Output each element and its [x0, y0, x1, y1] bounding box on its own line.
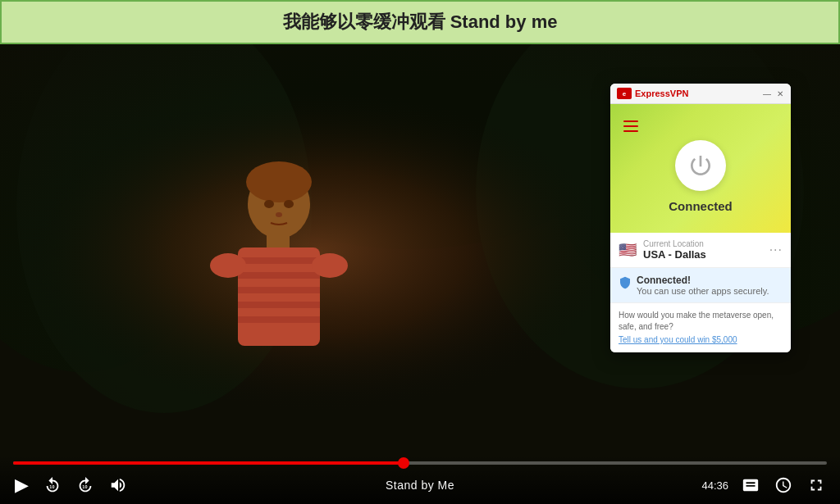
speed-button[interactable] [773, 474, 794, 496]
rewind-icon: 10 [43, 476, 62, 494]
vpn-logo-icon: e [617, 88, 632, 99]
vpn-location-name: USA - Dallas [643, 248, 769, 261]
vpn-logo: e ExpressVPN [617, 88, 688, 99]
subtitles-icon [742, 476, 760, 494]
movie-title: Stand by Me [386, 479, 454, 492]
vpn-info-section: 🇺🇸 Current Location USA - Dallas ··· Con… [610, 233, 791, 302]
vpn-status-row: Connected! You can use other apps secure… [610, 268, 791, 302]
vpn-location-label: Current Location [643, 239, 769, 248]
vpn-shield-icon [619, 275, 632, 293]
top-banner: 我能够以零缓冲观看 Stand by me [0, 0, 840, 44]
volume-icon [109, 476, 127, 494]
fullscreen-icon [807, 476, 825, 494]
progress-thumb [398, 457, 409, 469]
progress-fill [13, 461, 404, 465]
forward-icon: 10 [76, 476, 94, 494]
play-button[interactable]: ▶ [13, 473, 30, 497]
vpn-footer: How would you make the metaverse open, s… [610, 302, 791, 352]
vpn-window-controls: — ✕ [763, 89, 784, 98]
vpn-location-row: 🇺🇸 Current Location USA - Dallas ··· [610, 233, 791, 268]
vpn-promo-link[interactable]: Tell us and you could win $5,000 [619, 335, 783, 344]
vpn-location-info: Current Location USA - Dallas [643, 239, 769, 261]
progress-bar[interactable] [13, 461, 827, 465]
controls-row: ▶ 10 10 [13, 473, 827, 497]
fullscreen-button[interactable] [806, 474, 827, 496]
player-controls: ▶ 10 10 [0, 455, 840, 504]
forward-button[interactable]: 10 [75, 474, 96, 496]
svg-text:10: 10 [49, 484, 54, 489]
subtitles-button[interactable] [740, 474, 761, 496]
us-flag-icon: 🇺🇸 [619, 241, 637, 259]
vpn-status-desc: You can use other apps securely. [637, 286, 769, 296]
vpn-connected-label: Connected [669, 199, 733, 213]
svg-text:10: 10 [82, 484, 87, 489]
vpn-titlebar: e ExpressVPN — ✕ [610, 84, 791, 104]
time-display: 44:36 [701, 479, 728, 492]
vpn-more-button[interactable]: ··· [769, 243, 783, 257]
controls-right: 44:36 [701, 474, 827, 496]
banner-text: 我能够以零缓冲观看 Stand by me [283, 11, 558, 32]
vpn-menu-icon[interactable] [623, 120, 638, 132]
speed-icon [774, 476, 792, 494]
video-player[interactable]: ▶ 10 10 [0, 44, 840, 504]
vpn-app-name: ExpressVPN [635, 89, 688, 98]
vpn-promo-text: How would you make the metaverse open, s… [619, 310, 783, 333]
vpn-status-title: Connected! [637, 275, 769, 286]
volume-button[interactable] [107, 474, 129, 496]
vpn-status-text: Connected! You can use other apps secure… [637, 275, 769, 296]
vpn-close-button[interactable]: ✕ [776, 89, 784, 98]
controls-left: ▶ 10 10 [13, 473, 129, 497]
rewind-button[interactable]: 10 [42, 474, 63, 496]
vpn-body: Connected [610, 104, 791, 233]
vpn-panel: e ExpressVPN — ✕ [610, 84, 791, 352]
vpn-power-icon [687, 152, 714, 179]
vpn-minimize-button[interactable]: — [763, 89, 771, 98]
vpn-power-button[interactable] [675, 140, 726, 191]
